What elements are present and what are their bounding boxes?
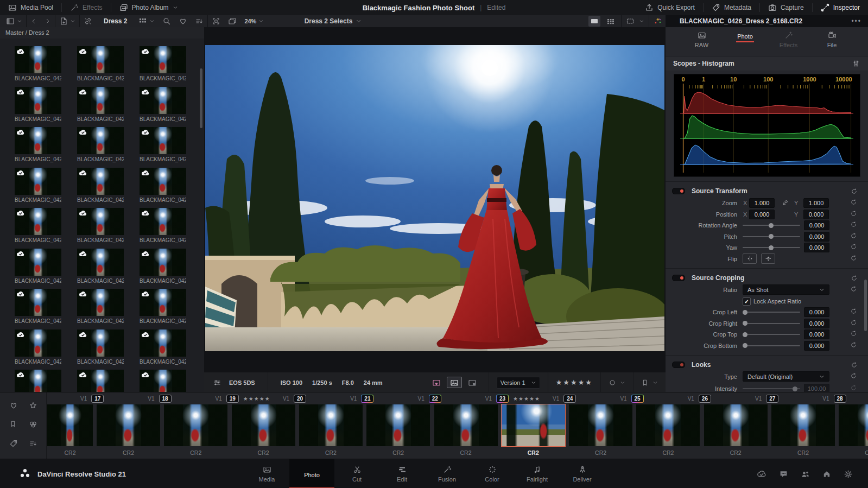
filmstrip-thumbnail[interactable] xyxy=(704,404,768,446)
media-thumbnail[interactable]: BLACKMAGIC_042... xyxy=(15,87,61,128)
filmstrip-thumbnail[interactable] xyxy=(366,404,430,446)
flip-vertical-button[interactable] xyxy=(761,253,775,264)
media-thumbnail[interactable]: BLACKMAGIC_042... xyxy=(15,370,61,392)
bookmark-icon[interactable] xyxy=(641,379,649,386)
media-thumbnail[interactable]: BLACKMAGIC_042... xyxy=(15,46,61,87)
fit-view-button[interactable] xyxy=(626,17,635,26)
zoom-level-control[interactable]: 24% xyxy=(240,15,268,27)
search-button[interactable] xyxy=(159,15,175,27)
quick-export-button[interactable]: Quick Export xyxy=(637,0,703,15)
inspector-scrollbar[interactable] xyxy=(864,280,867,331)
filmstrip-thumbnail[interactable] xyxy=(502,404,565,446)
cloud-sync-icon[interactable] xyxy=(757,469,766,479)
scope-settings-icon[interactable] xyxy=(852,59,860,68)
media-thumbnail[interactable]: BLACKMAGIC_042... xyxy=(77,249,124,289)
source-cropping-toggle[interactable] xyxy=(672,275,685,281)
zoom-y-field[interactable]: 1.000 xyxy=(803,198,829,208)
filmstrip-thumbnail[interactable] xyxy=(771,404,835,446)
filmstrip-item[interactable]: V1 28 CR2 xyxy=(839,392,868,459)
reset-icon[interactable] xyxy=(851,188,858,195)
collaboration-icon[interactable] xyxy=(801,470,810,479)
look-type-dropdown[interactable]: Default (Original) xyxy=(743,371,829,382)
crop-bottom-slider[interactable] xyxy=(743,345,800,346)
filter-bookmark-icon[interactable] xyxy=(9,420,17,428)
page-tab-cut[interactable]: Cut xyxy=(334,459,379,488)
crop-bottom-field[interactable]: 0.000 xyxy=(804,341,829,351)
position-y-field[interactable]: 0.000 xyxy=(803,210,829,219)
page-tab-deliver[interactable]: Deliver xyxy=(560,459,605,488)
inspector-tab-raw[interactable]: RAW xyxy=(687,31,717,56)
selects-dropdown[interactable]: Dress 2 Selects xyxy=(305,17,362,25)
rotation-slider[interactable] xyxy=(743,225,800,226)
filmstrip-thumbnail[interactable] xyxy=(164,404,227,446)
ratio-dropdown[interactable]: As Shot xyxy=(743,284,829,295)
intensity-slider[interactable] xyxy=(743,388,800,389)
favorite-filter-button[interactable] xyxy=(175,15,191,27)
media-thumbnail[interactable]: BLACKMAGIC_042... xyxy=(15,289,61,329)
media-thumbnail[interactable]: BLACKMAGIC_042... xyxy=(77,46,124,87)
media-thumbnail[interactable]: BLACKMAGIC_042... xyxy=(15,208,61,249)
media-thumbnail[interactable]: BLACKMAGIC_042... xyxy=(140,249,186,289)
media-thumbnail[interactable]: BLACKMAGIC_042... xyxy=(140,46,186,87)
reset-icon[interactable] xyxy=(850,319,857,326)
settings-icon[interactable] xyxy=(844,470,853,479)
filmstrip-thumbnail[interactable] xyxy=(97,404,160,446)
capture-button[interactable]: Capture xyxy=(760,0,812,15)
reset-icon[interactable] xyxy=(850,384,857,391)
back-button[interactable] xyxy=(27,15,41,27)
zoom-x-field[interactable]: 1.000 xyxy=(749,198,775,208)
unlink-button[interactable] xyxy=(80,15,96,27)
crop-left-field[interactable]: 0.000 xyxy=(804,307,829,317)
page-tab-media[interactable]: Media xyxy=(244,459,289,488)
star-rating[interactable]: ★★★★★ xyxy=(556,378,593,386)
yaw-slider[interactable] xyxy=(743,247,800,248)
crop-right-field[interactable]: 0.000 xyxy=(804,319,829,328)
crop-overlay-button[interactable] xyxy=(208,15,224,27)
filter-colors-icon[interactable] xyxy=(29,420,37,429)
media-thumbnail[interactable]: BLACKMAGIC_042... xyxy=(77,208,124,249)
looks-toggle[interactable] xyxy=(672,362,685,368)
media-thumbnail[interactable]: BLACKMAGIC_042... xyxy=(140,289,186,329)
sort-button[interactable] xyxy=(191,15,207,27)
filter-heart-icon[interactable] xyxy=(9,401,18,410)
page-tab-fairlight[interactable]: Fairlight xyxy=(515,459,560,488)
media-thumbnail[interactable]: BLACKMAGIC_042... xyxy=(77,329,124,370)
inspector-tab-effects[interactable]: Effects xyxy=(774,31,804,56)
inspector-tab-photo[interactable]: Photo xyxy=(730,31,761,56)
rotation-field[interactable]: 0.000 xyxy=(804,220,829,230)
compare-button[interactable] xyxy=(224,15,240,27)
sidebar-scrollbar[interactable] xyxy=(200,68,202,128)
page-tab-color[interactable]: Color xyxy=(470,459,515,488)
reset-icon[interactable] xyxy=(850,255,857,262)
flag-neutral-button[interactable] xyxy=(447,377,462,388)
thumbnail-view-button[interactable] xyxy=(135,15,159,27)
reset-icon[interactable] xyxy=(850,210,857,217)
yaw-field[interactable]: 0.000 xyxy=(804,243,829,252)
filmstrip-thumbnail[interactable] xyxy=(299,404,363,446)
multi-view-button[interactable] xyxy=(605,16,617,27)
media-pool-button[interactable]: Media Pool xyxy=(0,0,61,15)
pitch-slider[interactable] xyxy=(743,236,800,237)
filter-tag-icon[interactable] xyxy=(9,439,18,448)
flip-horizontal-button[interactable] xyxy=(743,253,757,264)
page-tab-fusion[interactable]: Fusion xyxy=(425,459,470,488)
breadcrumb[interactable]: Master / Dress 2 xyxy=(0,27,204,39)
source-transform-toggle[interactable] xyxy=(672,188,685,194)
media-thumbnail[interactable]: BLACKMAGIC_042... xyxy=(140,87,186,128)
intensity-field[interactable]: 100.00 xyxy=(804,384,829,392)
filmstrip-thumbnail[interactable] xyxy=(434,404,498,446)
reset-icon[interactable] xyxy=(851,362,858,369)
media-thumbnail[interactable]: BLACKMAGIC_042... xyxy=(15,329,61,370)
media-thumbnail[interactable]: BLACKMAGIC_042... xyxy=(77,370,124,392)
filmstrip-thumbnail[interactable] xyxy=(839,404,868,446)
media-thumbnail[interactable]: BLACKMAGIC_042... xyxy=(77,289,124,329)
page-tab-edit[interactable]: Edit xyxy=(379,459,425,488)
lock-aspect-checkbox[interactable]: ✓ xyxy=(743,297,751,306)
link-icon[interactable] xyxy=(782,199,789,206)
inspector-button[interactable]: Inspector xyxy=(813,0,868,15)
filmstrip-thumbnail[interactable] xyxy=(47,404,93,446)
filter-star-icon[interactable] xyxy=(29,401,37,410)
effects-button[interactable]: Effects xyxy=(62,0,110,15)
crop-top-field[interactable]: 0.000 xyxy=(804,329,829,339)
enhance-icon[interactable] xyxy=(654,17,662,26)
